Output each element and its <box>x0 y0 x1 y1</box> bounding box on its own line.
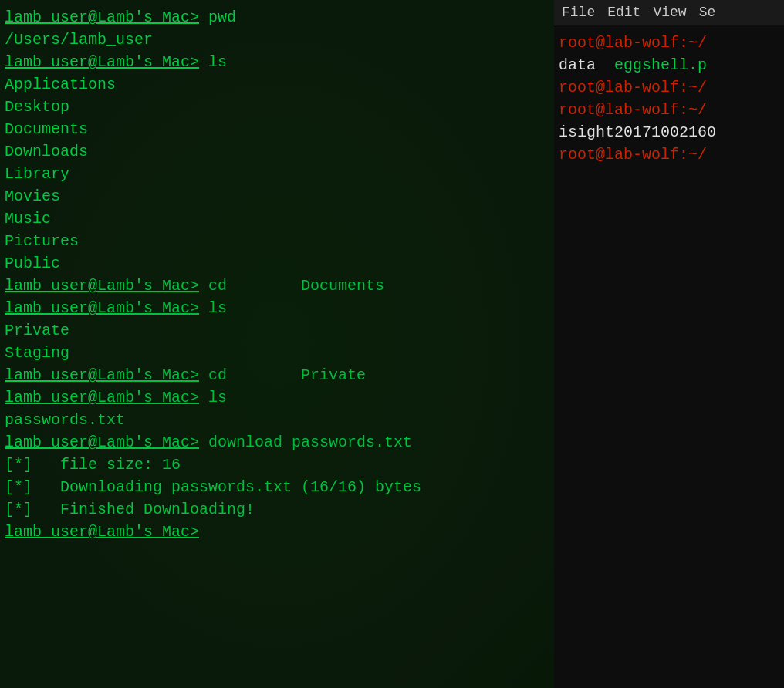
output-text: Applications <box>5 76 116 93</box>
right-terminal-line: root@lab-wolf:~/ <box>559 143 779 166</box>
terminal-line: lamb_user@Lamb's Mac> download passwords… <box>5 431 549 454</box>
right-terminal-line: root@lab-wolf:~/ <box>559 99 779 121</box>
terminal-line: Downloads <box>5 140 549 163</box>
left-terminal-content: lamb_user@Lamb's Mac> pwd/Users/lamb_use… <box>5 6 549 543</box>
terminal-line: [*] Downloading passwords.txt (16/16) by… <box>5 476 549 498</box>
menu-view[interactable]: View <box>653 5 686 20</box>
terminal-line: [*] Finished Downloading! <box>5 498 549 521</box>
menu-bar: File Edit View Se <box>554 0 784 25</box>
terminal-line: Public <box>5 252 549 275</box>
command-text: cd Documents <box>199 277 384 295</box>
output-text: Documents <box>5 120 88 138</box>
output-text: Downloads <box>5 143 88 160</box>
right-prompt-text: root@lab-wolf:~/ <box>559 34 707 52</box>
terminal-line: passwords.txt <box>5 409 549 431</box>
right-terminal-content: root@lab-wolf:~/data eggshell.proot@lab-… <box>554 25 784 172</box>
terminal-line: Library <box>5 163 549 185</box>
command-text: ls <box>199 389 227 406</box>
terminal-line: Music <box>5 207 549 230</box>
menu-se[interactable]: Se <box>699 5 716 20</box>
terminal-line: lamb_user@Lamb's Mac> <box>5 521 549 543</box>
prompt-text: lamb_user@Lamb's Mac> <box>5 277 199 295</box>
right-green-text: eggshell.p <box>614 56 707 74</box>
info-text: [*] file size: 16 <box>5 456 181 474</box>
right-terminal[interactable]: File Edit View Se root@lab-wolf:~/data e… <box>554 0 784 688</box>
prompt-text: lamb_user@Lamb's Mac> <box>5 8 199 26</box>
info-text: [*] Finished Downloading! <box>5 501 255 518</box>
info-text: [*] Downloading passwords.txt (16/16) by… <box>5 478 421 496</box>
terminal-line: lamb_user@Lamb's Mac> cd Private <box>5 364 549 386</box>
output-text: passwords.txt <box>5 411 125 429</box>
prompt-text: lamb_user@Lamb's Mac> <box>5 389 199 406</box>
prompt-text: lamb_user@Lamb's Mac> <box>5 366 199 384</box>
right-prompt-text: root@lab-wolf:~/ <box>559 101 707 119</box>
command-text: ls <box>199 299 227 317</box>
terminal-line: lamb_user@Lamb's Mac> pwd <box>5 6 549 29</box>
right-prompt-text: root@lab-wolf:~/ <box>559 146 707 164</box>
output-text: Library <box>5 165 69 183</box>
command-text: download passwords.txt <box>199 433 412 451</box>
prompt-text: lamb_user@Lamb's Mac> <box>5 433 199 451</box>
right-terminal-line: root@lab-wolf:~/ <box>559 76 779 99</box>
right-normal-text: isight20171002160 <box>559 123 716 141</box>
command-text: ls <box>199 53 227 71</box>
terminal-line: lamb_user@Lamb's Mac> ls <box>5 386 549 409</box>
output-text: /Users/lamb_user <box>5 31 153 49</box>
prompt-text: lamb_user@Lamb's Mac> <box>5 523 199 541</box>
menu-file[interactable]: File <box>562 5 595 20</box>
prompt-text: lamb_user@Lamb's Mac> <box>5 53 199 71</box>
right-terminal-line: root@lab-wolf:~/ <box>559 32 779 54</box>
terminal-line: Staging <box>5 342 549 364</box>
output-text: Movies <box>5 187 60 205</box>
menu-edit[interactable]: Edit <box>607 5 640 20</box>
terminal-line: Private <box>5 319 549 342</box>
terminal-line: [*] file size: 16 <box>5 454 549 476</box>
terminal-line: Applications <box>5 73 549 96</box>
right-terminal-line: isight20171002160 <box>559 121 779 143</box>
screen: lamb_user@Lamb's Mac> pwd/Users/lamb_use… <box>0 0 784 688</box>
output-text: Pictures <box>5 232 79 250</box>
terminal-line: Pictures <box>5 230 549 252</box>
output-text: Public <box>5 255 60 272</box>
prompt-text: lamb_user@Lamb's Mac> <box>5 299 199 317</box>
terminal-line: lamb_user@Lamb's Mac> cd Documents <box>5 275 549 297</box>
terminal-line: Desktop <box>5 96 549 118</box>
right-terminal-line: data eggshell.p <box>559 54 779 76</box>
output-text: Music <box>5 210 51 228</box>
right-normal-text: data <box>559 56 614 74</box>
terminal-line: lamb_user@Lamb's Mac> ls <box>5 51 549 73</box>
terminal-line: /Users/lamb_user <box>5 29 549 51</box>
output-text: Desktop <box>5 98 69 116</box>
right-prompt-text: root@lab-wolf:~/ <box>559 79 707 96</box>
command-text: cd Private <box>199 366 366 384</box>
terminal-line: Movies <box>5 185 549 207</box>
left-terminal[interactable]: lamb_user@Lamb's Mac> pwd/Users/lamb_use… <box>0 0 554 688</box>
output-text: Staging <box>5 344 69 362</box>
command-text: pwd <box>199 8 236 26</box>
terminal-line: Documents <box>5 118 549 140</box>
terminal-line: lamb_user@Lamb's Mac> ls <box>5 297 549 319</box>
output-text: Private <box>5 322 69 339</box>
